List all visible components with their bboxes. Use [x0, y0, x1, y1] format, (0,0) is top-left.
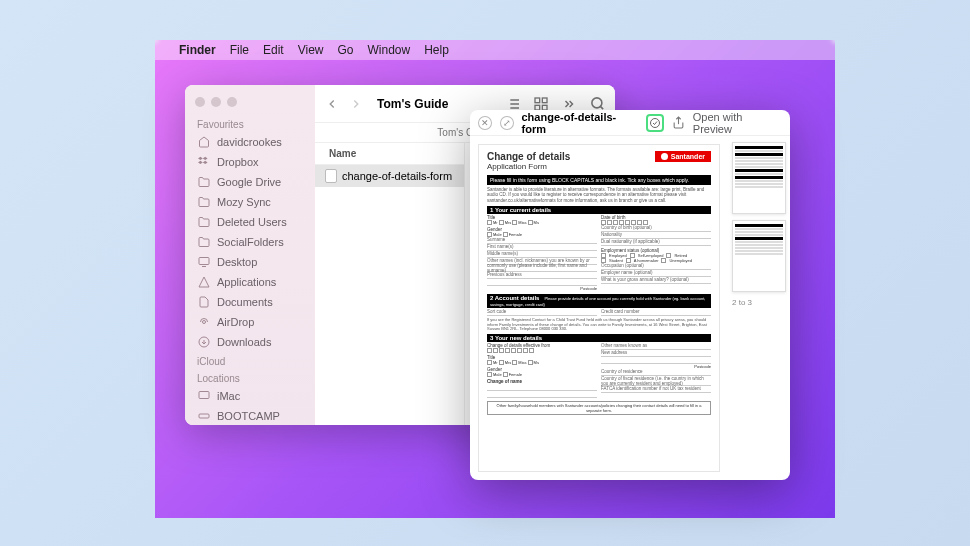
- finder-sidebar: Favourites davidcrookes Dropbox Google D…: [185, 85, 315, 425]
- downloads-icon: [197, 335, 211, 349]
- svg-rect-16: [535, 105, 540, 110]
- sidebar-item-deleted[interactable]: Deleted Users: [185, 212, 315, 232]
- close-button[interactable]: [195, 97, 205, 107]
- window-title: Tom's Guide: [377, 97, 448, 111]
- thumbnail-sidebar: 2 to 3: [728, 136, 790, 480]
- svg-point-17: [591, 98, 601, 108]
- menu-go[interactable]: Go: [338, 43, 354, 57]
- minimize-button[interactable]: [211, 97, 221, 107]
- folder-icon: [197, 175, 211, 189]
- doc-subtitle: Application Form: [487, 162, 570, 171]
- page-thumbnail-1[interactable]: [732, 142, 786, 214]
- menu-view[interactable]: View: [298, 43, 324, 57]
- quicklook-title: change-of-details-form: [522, 111, 639, 135]
- sidebar-item-dropbox[interactable]: Dropbox: [185, 152, 315, 172]
- menu-help[interactable]: Help: [424, 43, 449, 57]
- markup-button[interactable]: [646, 114, 664, 132]
- document-icon: [325, 169, 337, 183]
- folder-icon: [197, 235, 211, 249]
- column-header-name[interactable]: Name: [315, 143, 464, 165]
- quicklook-header: ✕ ⤢ change-of-details-form Open with Pre…: [470, 110, 790, 136]
- documents-icon: [197, 295, 211, 309]
- svg-line-18: [600, 106, 603, 109]
- folder-icon: [197, 215, 211, 229]
- file-row[interactable]: change-of-details-form: [315, 165, 464, 187]
- fullscreen-icon[interactable]: ⤢: [500, 116, 514, 130]
- sidebar-item-mozy[interactable]: Mozy Sync: [185, 192, 315, 212]
- file-name: change-of-details-form: [342, 170, 452, 182]
- sidebar-item-home[interactable]: davidcrookes: [185, 132, 315, 152]
- file-column: Name change-of-details-form: [315, 143, 465, 425]
- folder-icon: [197, 195, 211, 209]
- svg-rect-4: [199, 392, 209, 399]
- drive-icon: [197, 409, 211, 423]
- document-page: Change of details Application Form Santa…: [478, 144, 720, 472]
- menu-edit[interactable]: Edit: [263, 43, 284, 57]
- doc-title: Change of details: [487, 151, 570, 162]
- brand-logo: Santander: [655, 151, 711, 162]
- close-icon[interactable]: ✕: [478, 116, 492, 130]
- sidebar-item-documents[interactable]: Documents: [185, 292, 315, 312]
- doc-note: Santander is able to provide literature …: [487, 187, 711, 203]
- section-3: 3 Your new details: [487, 334, 711, 342]
- svg-rect-14: [542, 98, 547, 103]
- section-1: 1 Your current details: [487, 206, 711, 214]
- doc-footer: Other family/household members with Sant…: [487, 401, 711, 415]
- computer-icon: [197, 389, 211, 403]
- svg-point-19: [650, 118, 659, 127]
- back-button[interactable]: [325, 97, 339, 111]
- sidebar-heading-icloud: iCloud: [185, 352, 315, 369]
- sidebar-item-applications[interactable]: Applications: [185, 272, 315, 292]
- section-2: 2 Account details Please provide details…: [487, 294, 711, 308]
- menubar: Finder File Edit View Go Window Help: [155, 40, 835, 60]
- menu-file[interactable]: File: [230, 43, 249, 57]
- open-with-button[interactable]: Open with Preview: [693, 111, 782, 135]
- sidebar-heading-locations: Locations: [185, 369, 315, 386]
- svg-rect-13: [535, 98, 540, 103]
- sidebar-item-imac[interactable]: iMac: [185, 386, 315, 406]
- quicklook-panel: ✕ ⤢ change-of-details-form Open with Pre…: [470, 110, 790, 480]
- dropbox-icon: [197, 155, 211, 169]
- svg-point-2: [203, 321, 206, 324]
- app-menu[interactable]: Finder: [179, 43, 216, 57]
- sidebar-item-social[interactable]: SocialFolders: [185, 232, 315, 252]
- applications-icon: [197, 275, 211, 289]
- menu-window[interactable]: Window: [368, 43, 411, 57]
- sidebar-item-airdrop[interactable]: AirDrop: [185, 312, 315, 332]
- home-icon: [197, 135, 211, 149]
- svg-rect-5: [199, 414, 209, 418]
- page-thumbnail-2[interactable]: [732, 220, 786, 292]
- svg-rect-15: [542, 105, 547, 110]
- document-preview[interactable]: Change of details Application Form Santa…: [470, 136, 728, 480]
- sidebar-item-bootcamp[interactable]: BOOTCAMP: [185, 406, 315, 425]
- desktop-icon: [197, 255, 211, 269]
- sidebar-heading-favourites: Favourites: [185, 115, 315, 132]
- zoom-button[interactable]: [227, 97, 237, 107]
- airdrop-icon: [197, 315, 211, 329]
- instruction-bar: Please fill in this form using BLOCK CAP…: [487, 175, 711, 185]
- thumbnail-label: 2 to 3: [732, 298, 786, 307]
- window-controls: [185, 93, 315, 115]
- sidebar-item-gdrive[interactable]: Google Drive: [185, 172, 315, 192]
- svg-rect-0: [199, 258, 209, 265]
- forward-button[interactable]: [349, 97, 363, 111]
- sidebar-item-downloads[interactable]: Downloads: [185, 332, 315, 352]
- sidebar-item-desktop[interactable]: Desktop: [185, 252, 315, 272]
- share-icon[interactable]: [672, 116, 685, 129]
